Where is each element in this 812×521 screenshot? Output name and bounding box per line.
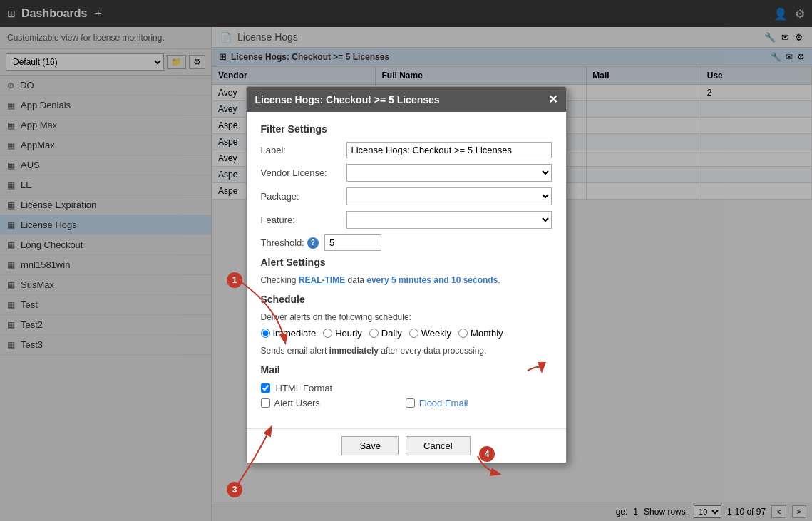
- sends-text: Sends email alert immediately after ever…: [261, 346, 552, 356]
- alert-flood-row: Alert Users Flood Email: [261, 398, 552, 408]
- radio-weekly-input[interactable]: [409, 329, 418, 338]
- radio-immediate-input[interactable]: [261, 329, 270, 338]
- html-format-checkbox[interactable]: [261, 383, 270, 393]
- annotation-1: 1: [227, 272, 242, 288]
- feature-row: Feature:: [261, 211, 552, 229]
- html-format-label: HTML Format: [276, 383, 333, 393]
- flood-email-checkbox[interactable]: [406, 398, 415, 408]
- schedule-desc: Deliver alerts on the following schedule…: [261, 312, 552, 322]
- vendor-license-row: Vendor License:: [261, 164, 552, 182]
- cancel-button[interactable]: Cancel: [406, 436, 470, 455]
- threshold-help-icon[interactable]: ?: [307, 237, 319, 249]
- alert-text: Checking REAL-TIME data every 5 minutes …: [261, 275, 552, 285]
- threshold-row: Threshold: ?: [261, 234, 552, 251]
- label-input[interactable]: [346, 142, 552, 158]
- realtime-link[interactable]: REAL-TIME: [299, 275, 345, 285]
- annotation-3: 3: [227, 482, 242, 497]
- package-row: Package:: [261, 187, 552, 205]
- radio-hourly-input[interactable]: [323, 329, 332, 338]
- label-field-label: Label:: [261, 145, 346, 155]
- mail-heading: Mail: [261, 364, 552, 376]
- radio-hourly-label: Hourly: [335, 328, 362, 339]
- radio-weekly-label: Weekly: [421, 328, 451, 339]
- radio-monthly[interactable]: Monthly: [458, 328, 503, 339]
- html-format-row: HTML Format: [261, 383, 552, 393]
- feature-label: Feature:: [261, 215, 346, 225]
- filter-settings-heading: Filter Settings: [261, 123, 552, 135]
- radio-immediate-label: Immediate: [273, 328, 317, 339]
- alert-users-checkbox[interactable]: [261, 398, 270, 408]
- alert-users-label: Alert Users: [274, 398, 320, 408]
- threshold-input[interactable]: [324, 234, 381, 251]
- radio-monthly-label: Monthly: [471, 328, 503, 339]
- label-row: Label:: [261, 142, 552, 158]
- alert-users-item: Alert Users: [261, 398, 320, 408]
- radio-weekly[interactable]: Weekly: [409, 328, 451, 339]
- radio-immediate[interactable]: Immediate: [261, 328, 317, 339]
- radio-monthly-input[interactable]: [458, 329, 468, 338]
- modal-body: Filter Settings Label: Vendor License: P…: [247, 112, 566, 428]
- package-select[interactable]: [346, 187, 552, 205]
- save-button[interactable]: Save: [341, 436, 399, 455]
- schedule-radio-group: Immediate Hourly Daily Weekly Monthly: [261, 328, 552, 339]
- alert-settings-heading: Alert Settings: [261, 257, 552, 268]
- schedule-heading: Schedule: [261, 294, 552, 305]
- vendor-license-select[interactable]: [346, 164, 552, 182]
- radio-hourly[interactable]: Hourly: [323, 328, 362, 339]
- feature-select[interactable]: [346, 211, 552, 229]
- flood-email-label: Flood Email: [419, 398, 468, 408]
- vendor-license-label: Vendor License:: [261, 167, 346, 178]
- threshold-label: Threshold:: [261, 237, 304, 248]
- modal-overlay: License Hogs: Checkout >= 5 Licenses ✕ F…: [0, 0, 812, 521]
- flood-email-item: Flood Email: [406, 398, 468, 408]
- modal-titlebar: License Hogs: Checkout >= 5 Licenses ✕: [247, 87, 566, 112]
- radio-daily[interactable]: Daily: [369, 328, 402, 339]
- modal-close-button[interactable]: ✕: [548, 93, 557, 106]
- modal-dialog: License Hogs: Checkout >= 5 Licenses ✕ F…: [246, 86, 567, 463]
- modal-title: License Hogs: Checkout >= 5 Licenses: [255, 94, 440, 105]
- radio-daily-input[interactable]: [369, 329, 379, 338]
- annotation-4: 4: [479, 446, 495, 462]
- modal-footer: Save Cancel: [247, 428, 566, 463]
- package-label: Package:: [261, 191, 346, 202]
- radio-daily-label: Daily: [381, 328, 402, 339]
